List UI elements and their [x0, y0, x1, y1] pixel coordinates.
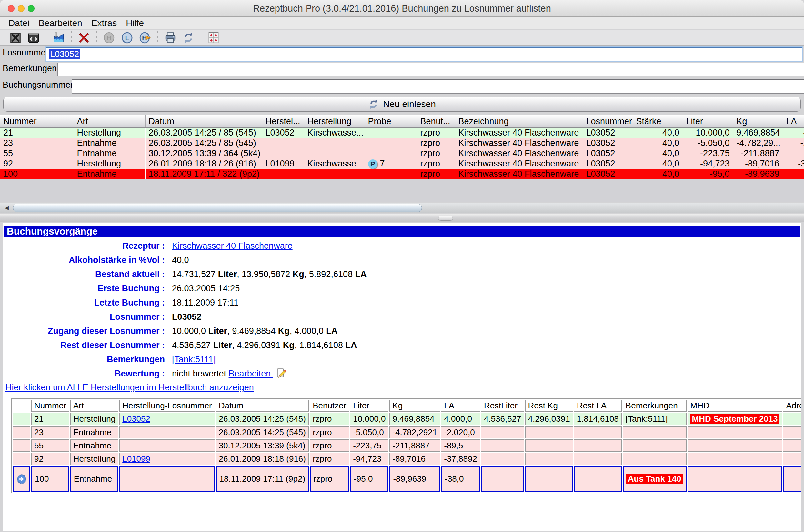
- menu-bearbeiten[interactable]: Bearbeiten: [34, 17, 87, 30]
- column-header-strke[interactable]: Stärke: [633, 115, 683, 128]
- detail-link[interactable]: Kirschwasser 40 Flaschenware: [172, 241, 293, 251]
- detail-table-cell: 18.11.2009 17:11 (9p2): [216, 466, 309, 492]
- detail-table-cell: L03052: [119, 413, 214, 425]
- column-header-herstellung[interactable]: Herstellung: [304, 115, 365, 128]
- table-cell: -38,0: [783, 169, 804, 179]
- column-header-herstel[interactable]: Herstel...: [262, 115, 304, 128]
- split-divider: [0, 213, 804, 222]
- svg-text:H: H: [107, 34, 112, 41]
- window-list-icon[interactable]: [27, 31, 40, 44]
- pattern-grid-icon[interactable]: [207, 31, 220, 44]
- table-row[interactable]: 23Entnahme26.03.2005 14:25 / 85 (545)rzp…: [0, 138, 804, 148]
- column-header-probe[interactable]: Probe: [365, 115, 417, 128]
- detail-table-cell: -89,7016: [389, 453, 440, 465]
- table-row[interactable]: 100Entnahme18.11.2009 17:11 / 322 (9p2)r…: [0, 169, 804, 179]
- herstellung-goto-icon[interactable]: H: [139, 31, 152, 44]
- detail-table-cell: [Tank:5111]: [623, 413, 687, 425]
- menu-hilfe[interactable]: Hilfe: [121, 17, 148, 30]
- table-row[interactable]: 21Herstellung26.03.2005 14:25 / 85 (545)…: [0, 128, 804, 138]
- column-header-nummer[interactable]: Nummer: [0, 115, 74, 128]
- scrollbar-thumb[interactable]: [13, 204, 422, 212]
- detail-row: Erste Buchung :26.03.2005 14:25: [3, 281, 801, 296]
- detail-table-cell: [574, 466, 622, 492]
- detail-table-cell: 23: [31, 426, 69, 438]
- table-row[interactable]: 55Entnahme30.12.2005 13:39 / 364 (5k4)rz…: [0, 148, 804, 158]
- column-header-art[interactable]: Art: [74, 115, 145, 128]
- details-panel: Buchungsvorgänge Rezeptur :Kirschwasser …: [3, 223, 801, 531]
- detail-table-cell: rzpro: [310, 453, 349, 465]
- table-cell: rzpro: [417, 128, 455, 138]
- toolbar: HLH: [0, 30, 804, 46]
- detail-table-row[interactable]: 21HerstellungL0305226.03.2005 14:25 (545…: [13, 413, 801, 425]
- buchungsnummern-input[interactable]: [72, 79, 804, 94]
- probe-badge: P: [368, 159, 378, 169]
- menu-bar: Datei Bearbeiten Extras Hilfe: [0, 17, 804, 30]
- losnummer-link[interactable]: L01099: [122, 454, 150, 463]
- menu-datei[interactable]: Datei: [4, 17, 34, 30]
- losnummer-link[interactable]: L03052: [122, 414, 150, 424]
- herstellbuch-disabled-icon[interactable]: H: [102, 31, 115, 44]
- neu-einlesen-label: Neu einlesen: [383, 99, 436, 109]
- svg-text:L: L: [125, 34, 129, 41]
- close-window-icon[interactable]: [9, 31, 22, 44]
- table-cell: 30.12.2005 13:39 / 364 (5k4): [145, 148, 262, 158]
- table-cell: -4.782,29...: [733, 138, 783, 148]
- detail-table-row[interactable]: 100Entnahme18.11.2009 17:11 (9p2)rzpro-9…: [13, 466, 801, 492]
- detail-table-cell: 21: [31, 413, 69, 425]
- detail-label: Rezeptur :: [3, 239, 165, 253]
- table-cell: rzpro: [417, 148, 455, 158]
- edit-pencil-icon[interactable]: [273, 369, 286, 378]
- lager-icon[interactable]: L: [121, 31, 134, 44]
- detail-table-cell: [783, 466, 801, 492]
- column-header-kg[interactable]: Kg: [733, 115, 783, 128]
- detail-column-header: Datum: [216, 400, 309, 412]
- losnummer-input[interactable]: L03052: [46, 47, 802, 61]
- table-cell: -89,7016: [733, 158, 783, 169]
- detail-table-cell: [13, 466, 30, 492]
- table-cell: 40,0: [633, 148, 683, 158]
- column-header-la[interactable]: LA: [783, 115, 804, 128]
- detail-column-header: Nummer: [31, 400, 69, 412]
- refresh-icon[interactable]: [182, 31, 195, 44]
- table-cell: Entnahme: [74, 148, 145, 158]
- detail-link[interactable]: [Tank:5111]: [172, 355, 216, 364]
- detail-table-cell: [13, 439, 30, 452]
- detail-table-cell: -38,0: [441, 466, 480, 492]
- table-cell: Kirschwasse...: [304, 158, 365, 169]
- table-cell: -211,8887: [733, 148, 783, 158]
- detail-table-cell: 55: [31, 439, 69, 452]
- column-header-losnummer[interactable]: Losnummer: [583, 115, 633, 128]
- splitter-grip[interactable]: [438, 216, 453, 221]
- column-header-bezeichnung[interactable]: Bezeichnung: [455, 115, 583, 128]
- table-cell: [262, 138, 304, 148]
- bemerkungen-input[interactable]: [57, 63, 804, 76]
- detail-table-cell: [574, 453, 622, 465]
- table-cell: 40,0: [633, 138, 683, 148]
- detail-label: Erste Buchung :: [3, 281, 165, 296]
- details-rows: Rezeptur :Kirschwasser 40 FlaschenwareAl…: [3, 239, 801, 381]
- column-header-datum[interactable]: Datum: [145, 115, 262, 128]
- detail-value: 40,0: [172, 253, 189, 267]
- detail-table-row[interactable]: 55Entnahme30.12.2005 13:39 (5k4)rzpro-22…: [13, 439, 801, 452]
- detail-link[interactable]: Bearbeiten: [229, 369, 273, 378]
- print-icon[interactable]: [164, 31, 177, 44]
- detail-column-header: LA: [441, 400, 480, 412]
- losnummer-selected-text: L03052: [49, 49, 80, 59]
- table-cell: -95,0: [683, 169, 733, 179]
- detail-table-row[interactable]: 92HerstellungL0109926.01.2009 18:18 (916…: [13, 453, 801, 465]
- menu-extras[interactable]: Extras: [87, 17, 121, 30]
- factory-icon[interactable]: [52, 31, 65, 44]
- table-row[interactable]: 92Herstellung26.01.2009 18:18 / 26 (916)…: [0, 158, 804, 169]
- toolbar-group: [46, 31, 71, 44]
- show-all-herstellungen-link[interactable]: Hier klicken um ALLE Herstellungen im He…: [5, 383, 254, 392]
- delete-icon[interactable]: [77, 31, 90, 44]
- detail-table-row[interactable]: 23Entnahme26.03.2005 14:25 (545)rzpro-5.…: [13, 426, 801, 438]
- detail-table-cell: [783, 439, 801, 452]
- detail-table-cell: 4.536,527: [481, 413, 524, 425]
- detail-table-cell: Entnahme: [70, 466, 119, 492]
- table-cell: [365, 148, 417, 158]
- neu-einlesen-button[interactable]: Neu einlesen: [3, 97, 801, 112]
- column-header-benut[interactable]: Benut...: [417, 115, 455, 128]
- scroll-left-button[interactable]: ◄: [1, 203, 12, 213]
- column-header-liter[interactable]: Liter: [683, 115, 733, 128]
